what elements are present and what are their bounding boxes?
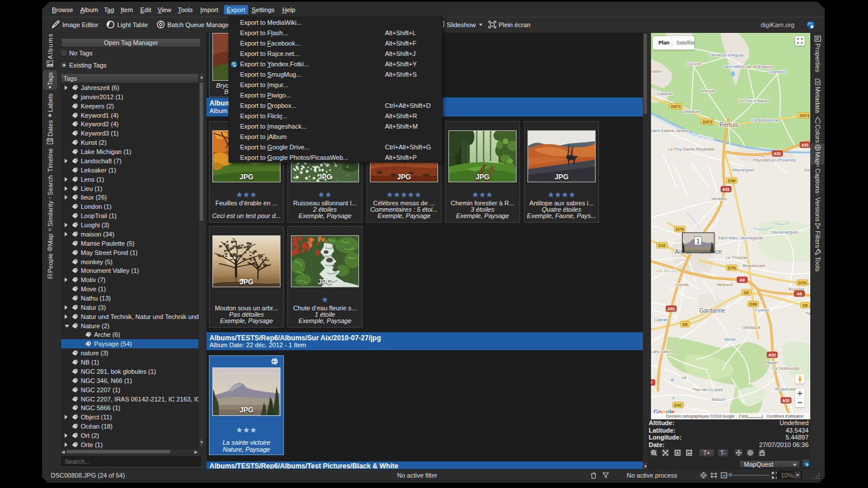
- svg-text:Meyreuil: Meyreuil: [717, 282, 733, 287]
- svg-text:D973: D973: [800, 114, 810, 118]
- svg-text:La Tour-d'Aigues: La Tour-d'Aigues: [739, 98, 770, 103]
- svg-text:Peyrolles-en-Provence: Peyrolles-en-Provence: [753, 157, 796, 163]
- svg-text:D6: D6: [803, 303, 808, 307]
- svg-text:A7: A7: [651, 381, 653, 385]
- svg-text:Fuveau: Fuveau: [755, 307, 769, 313]
- svg-text:Saint-Estève-Janson: Saint-Estève-Janson: [651, 128, 689, 133]
- svg-text:D7N: D7N: [798, 281, 806, 285]
- svg-text:13E: 13E: [681, 376, 687, 380]
- svg-text:s-les-Vallons: s-les-Vallons: [651, 349, 674, 354]
- svg-text:LES MILLES: LES MILLES: [656, 269, 678, 273]
- svg-text:Gréasque: Gréasque: [742, 325, 761, 330]
- svg-text:D10: D10: [659, 243, 666, 247]
- svg-text:Grambois: Grambois: [768, 69, 787, 74]
- svg-text:A52: A52: [769, 353, 776, 357]
- svg-text:La Bastidonne: La Bastidonne: [752, 118, 779, 123]
- svg-text:Allauch: Allauch: [712, 397, 725, 402]
- svg-text:Saint-Marc-Jaumegarde: Saint-Marc-Jaumegarde: [718, 235, 763, 241]
- svg-text:A51: A51: [723, 187, 730, 192]
- svg-text:Gardanne: Gardanne: [699, 307, 725, 314]
- svg-text:D6: D6: [683, 322, 688, 326]
- svg-text:D4C: D4C: [674, 403, 682, 407]
- svg-text:Cabrières-d'Aigues: Cabrières-d'Aigues: [708, 52, 744, 58]
- svg-text:marin: marin: [651, 69, 661, 74]
- svg-text:Saint-Martin-de-la-Brasque: Saint-Martin-de-la-Brasque: [723, 64, 773, 69]
- svg-text:A8: A8: [740, 278, 745, 282]
- svg-text:Cabriès: Cabriès: [654, 317, 668, 322]
- svg-text:Mimet: Mimet: [724, 337, 736, 342]
- svg-text:Vauvenargues: Vauvenargues: [772, 230, 799, 235]
- svg-text:Le Puy-Sainte-Réparade: Le Puy-Sainte-Réparade: [668, 147, 714, 152]
- svg-text:A51: A51: [774, 152, 781, 156]
- svg-text:D973: D973: [703, 120, 713, 124]
- svg-text:Pertuis: Pertuis: [720, 121, 739, 128]
- svg-text:D7N: D7N: [676, 227, 684, 231]
- svg-text:A51: A51: [668, 307, 675, 311]
- svg-text:Le Tholonet: Le Tholonet: [726, 255, 748, 260]
- svg-text:A8: A8: [797, 292, 802, 296]
- svg-text:Villelaure: Villelaure: [683, 109, 700, 114]
- svg-text:Peyn: Peyn: [806, 311, 810, 316]
- svg-text:Ansouis: Ansouis: [700, 88, 715, 93]
- svg-text:D96: D96: [728, 179, 736, 183]
- svg-text:Cucuron: Cucuron: [686, 61, 702, 66]
- svg-text:D973: D973: [671, 104, 681, 108]
- svg-text:A51: A51: [802, 143, 809, 147]
- svg-text:D7N: D7N: [728, 266, 736, 270]
- svg-text:Meyrargues: Meyrargues: [732, 167, 755, 172]
- svg-text:Roquevaire: Roquevaire: [775, 386, 796, 392]
- svg-text:Luynes: Luynes: [675, 282, 689, 287]
- svg-text:D96: D96: [750, 302, 757, 306]
- svg-text:Beaurecueil: Beaurecueil: [743, 263, 765, 268]
- svg-text:Peypin: Peypin: [765, 360, 778, 365]
- svg-text:La Destrousse: La Destrousse: [772, 366, 799, 371]
- svg-text:A52: A52: [783, 399, 790, 403]
- svg-text:Venelles: Venelles: [711, 196, 727, 201]
- svg-text:Cadenet: Cadenet: [657, 91, 673, 96]
- svg-text:D6: D6: [744, 291, 749, 295]
- svg-text:Jouqu: Jouqu: [803, 167, 810, 172]
